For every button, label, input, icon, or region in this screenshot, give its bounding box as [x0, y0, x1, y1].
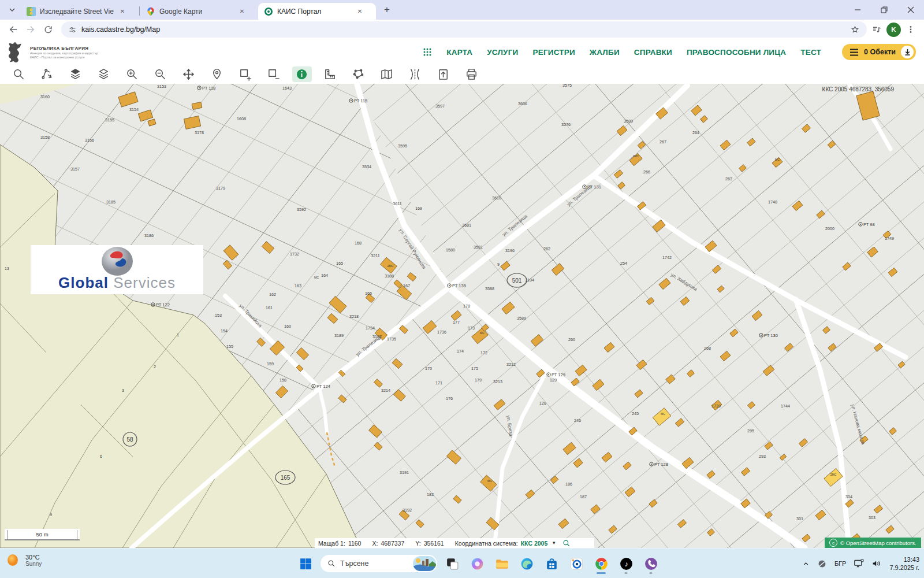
agency-brand[interactable]: РЕПУБЛИКА БЪЛГАРИЯ Агенция по геодезия, …	[6, 41, 98, 63]
crs-value[interactable]: ККС 2005	[521, 540, 548, 547]
profile-avatar[interactable]: K	[886, 23, 901, 37]
taskbar-search[interactable]: Търсене	[321, 555, 437, 572]
browser-tab[interactable]: Google Карти✕	[140, 3, 258, 20]
browser-tab[interactable]: КАИС Портал✕	[258, 3, 376, 20]
task-view-icon[interactable]	[442, 553, 462, 575]
map-canvas[interactable]: 5816550131533160315531543156315831573178…	[0, 84, 924, 548]
reload-button[interactable]	[40, 22, 55, 37]
tool-roads-button[interactable]	[401, 66, 429, 83]
tool-polygon-measure-button[interactable]	[344, 66, 372, 83]
tool-extent-add-button[interactable]	[231, 66, 259, 83]
polygon-measure-icon	[349, 66, 368, 82]
tab-close-icon[interactable]: ✕	[118, 7, 127, 16]
back-button[interactable]	[6, 22, 21, 37]
nav-item-правоспособни лица[interactable]: ПРАВОСПОСОБНИ ЛИЦА	[687, 48, 786, 57]
tool-zoom-in-button[interactable]	[118, 66, 146, 83]
search-highlight-thumbnail[interactable]	[413, 556, 436, 571]
new-tab-button[interactable]: +	[379, 2, 394, 17]
objects-button[interactable]: 0 Обекти	[842, 44, 916, 60]
tool-layers-filled-button[interactable]	[61, 66, 90, 83]
svg-text:3188: 3188	[385, 273, 394, 279]
tray-chevron-icon[interactable]	[802, 560, 810, 568]
svg-text:РТ 124: РТ 124	[316, 384, 330, 389]
apps-grid-icon[interactable]	[423, 47, 432, 57]
svg-text:266: 266	[643, 169, 650, 175]
svg-text:183: 183	[427, 492, 434, 497]
print-icon	[462, 66, 482, 82]
forward-button[interactable]	[23, 22, 38, 37]
logo-word-services: Services	[113, 274, 176, 291]
chrome-icon[interactable]	[591, 553, 611, 575]
svg-text:128: 128	[539, 401, 546, 406]
tab-close-icon[interactable]: ✕	[355, 7, 364, 16]
svg-text:264: 264	[692, 130, 699, 135]
download-objects-button[interactable]	[901, 46, 914, 58]
coordinate-search-icon[interactable]	[562, 539, 571, 547]
tool-print-button[interactable]	[457, 66, 486, 83]
tool-pan-button[interactable]	[174, 66, 203, 83]
svg-text:3156: 3156	[85, 138, 94, 143]
do-not-disturb-icon[interactable]	[817, 559, 827, 569]
svg-text:170: 170	[425, 366, 432, 371]
tool-zoom-out-button[interactable]	[146, 66, 174, 83]
svg-text:3185: 3185	[106, 199, 116, 205]
svg-text:3606: 3606	[518, 101, 527, 106]
svg-text:3681: 3681	[462, 223, 471, 228]
tab-search-button[interactable]	[5, 2, 20, 17]
tiktok-icon[interactable]: ♪	[616, 553, 636, 575]
file-explorer-icon[interactable]	[492, 553, 512, 575]
tool-info-button[interactable]	[288, 66, 316, 83]
active-indicator	[597, 572, 606, 574]
svg-text:3212: 3212	[506, 362, 516, 367]
tool-layers-button[interactable]	[90, 66, 118, 83]
nav-item-регистри[interactable]: РЕГИСТРИ	[532, 48, 575, 57]
nav-item-карта[interactable]: КАРТА	[446, 48, 472, 57]
download-icon	[904, 49, 911, 55]
svg-text:58: 58	[126, 436, 133, 443]
site-settings-icon[interactable]	[68, 25, 77, 34]
keyboard-language[interactable]: БГР	[834, 560, 847, 567]
bookmark-star-icon[interactable]	[850, 25, 860, 35]
svg-text:3189: 3189	[334, 333, 344, 338]
nav-item-тест[interactable]: ТЕСТ	[800, 48, 821, 57]
svg-text:РТ 130: РТ 130	[764, 333, 778, 338]
start-icon[interactable]	[296, 553, 315, 575]
nav-item-жалби[interactable]: ЖАЛБИ	[590, 48, 620, 57]
tool-map-book-button[interactable]	[372, 66, 401, 83]
edge-icon[interactable]	[517, 553, 536, 575]
weather-widget[interactable]: 30°C Sunny	[6, 553, 42, 568]
tool-location-pin-button[interactable]	[203, 66, 231, 83]
tab-close-icon[interactable]: ✕	[237, 7, 247, 16]
media-controls-icon[interactable]	[869, 22, 884, 37]
crs-dropdown-icon[interactable]: ▼	[552, 540, 556, 546]
browser-menu-icon[interactable]	[903, 22, 918, 37]
restore-button[interactable]	[871, 0, 897, 20]
network-icon[interactable]	[854, 559, 864, 568]
svg-text:1736: 1736	[437, 329, 446, 335]
nav-item-услуги[interactable]: УСЛУГИ	[487, 48, 518, 57]
tool-route-tool-button[interactable]	[33, 66, 61, 83]
tool-measure-button[interactable]	[316, 66, 344, 83]
tool-search-button[interactable]	[5, 66, 33, 83]
browser-tab[interactable]: Изследвайте Street View и доб✕	[21, 3, 139, 20]
clock[interactable]: 13:43 7.9.2025 г.	[889, 555, 919, 572]
tool-export-button[interactable]	[429, 66, 457, 83]
svg-text:9: 9	[50, 512, 52, 517]
pan-icon	[179, 66, 199, 82]
minimize-button[interactable]	[844, 0, 871, 20]
global-services-logo: Global Services	[31, 245, 203, 294]
viber-icon[interactable]	[641, 553, 661, 575]
svg-text:179: 179	[475, 377, 482, 383]
store-icon[interactable]	[542, 553, 561, 575]
svg-text:186: 186	[565, 481, 572, 487]
tool-extent-remove-button[interactable]	[259, 66, 288, 83]
speaker-icon[interactable]	[871, 559, 882, 568]
close-button[interactable]	[897, 0, 924, 20]
copilot-icon[interactable]	[467, 553, 487, 575]
search-icon	[327, 560, 336, 568]
camera-icon[interactable]	[567, 553, 586, 575]
address-bar[interactable]: kais.cadastre.bg/bg/Map	[61, 21, 867, 38]
zoom-in-icon	[122, 66, 142, 82]
nav-item-справки[interactable]: СПРАВКИ	[634, 48, 672, 57]
svg-text:3104: 3104	[525, 277, 534, 283]
